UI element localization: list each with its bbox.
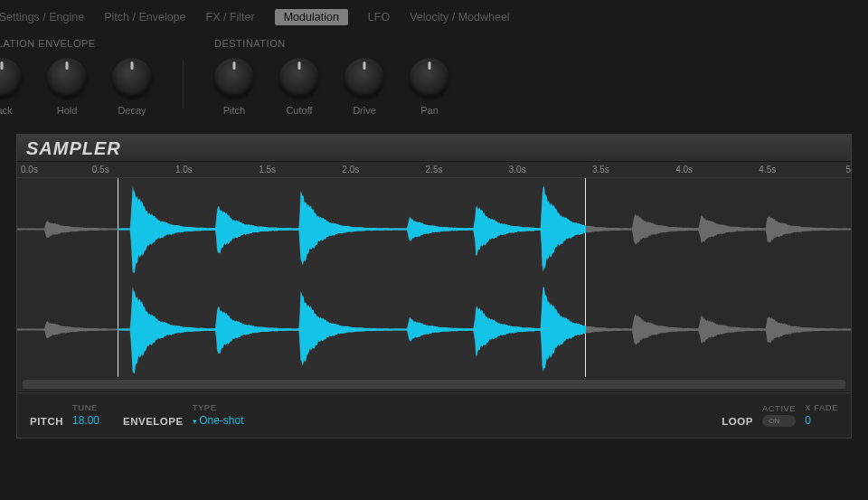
- knob-dial-icon: [0, 58, 22, 98]
- tab-lfo[interactable]: LFO: [368, 11, 390, 24]
- param-active-sub: ACTIVE: [762, 403, 796, 413]
- ruler-tick: 4.5s: [759, 165, 776, 175]
- tab-voice-settings[interactable]: ce Settings / Engine: [0, 11, 84, 24]
- scrollbar-thumb[interactable]: [23, 380, 845, 389]
- knob-label: Hold: [57, 105, 78, 116]
- sampler-header: SAMPLER: [17, 135, 851, 162]
- ruler-tick: 0.0s: [21, 165, 38, 175]
- ruler-tick: 1.5s: [259, 165, 276, 175]
- knob-attack[interactable]: ttack: [0, 58, 22, 116]
- knob-hold[interactable]: Hold: [47, 58, 87, 116]
- knob-dial-icon: [344, 58, 384, 98]
- top-tabs: ce Settings / Engine Pitch / Envelope FX…: [0, 0, 868, 34]
- ruler-tick: 2.0s: [342, 165, 359, 175]
- ruler-tick: 1.0s: [175, 165, 193, 175]
- ruler-tick: 2.5s: [426, 165, 443, 175]
- knob-cutoff[interactable]: Cutoff: [279, 58, 319, 116]
- horizontal-scrollbar[interactable]: [23, 380, 845, 389]
- loop-active-toggle[interactable]: ON: [762, 415, 796, 427]
- destination-group: DESTINATION Pitch Cutoff Drive Pan: [214, 38, 449, 116]
- param-loop: LOOP ACTIVE ON X FADE 0: [722, 402, 838, 427]
- modulation-envelope-group: DULATION ENVELOPE ttack Hold Decay: [0, 38, 152, 116]
- waveform-area[interactable]: 0.0s0.5s1.0s1.5s2.0s2.5s3.0s3.5s4.0s4.5s…: [17, 162, 851, 392]
- knob-dial-icon: [279, 58, 319, 98]
- knob-dial-icon: [214, 58, 254, 98]
- ruler-tick: 4.0s: [675, 165, 693, 175]
- param-pitch-label: PITCH: [30, 416, 63, 427]
- knob-label: Drive: [353, 105, 376, 116]
- knob-section: DULATION ENVELOPE ttack Hold Decay DESTI…: [0, 34, 868, 127]
- param-tune-sub: TUNE: [72, 402, 99, 412]
- ruler-tick: 3.0s: [509, 165, 526, 175]
- group-label-destination: DESTINATION: [214, 38, 449, 49]
- ruler-tick: 5: [845, 165, 851, 175]
- group-label-mod-env: DULATION ENVELOPE: [0, 38, 152, 49]
- ruler-tick: 3.5s: [592, 165, 609, 175]
- param-type-value[interactable]: One-shot: [193, 414, 244, 427]
- sampler-title: SAMPLER: [26, 138, 842, 159]
- knob-label: Pitch: [223, 105, 245, 116]
- knob-dial-icon: [410, 58, 449, 98]
- vertical-divider: [183, 60, 184, 108]
- tab-modulation[interactable]: Modulation: [275, 9, 348, 25]
- knob-pitch[interactable]: Pitch: [214, 58, 254, 116]
- tab-velocity-modwheel[interactable]: Velocity / Modwheel: [410, 11, 509, 24]
- tab-pitch-envelope[interactable]: Pitch / Envelope: [104, 11, 185, 24]
- knob-label: ttack: [0, 105, 13, 116]
- ruler-tick: 0.5s: [92, 165, 109, 175]
- param-xfade-value[interactable]: 0: [805, 414, 838, 427]
- knob-drive[interactable]: Drive: [344, 58, 384, 116]
- knob-label: Cutoff: [286, 105, 312, 116]
- knob-decay[interactable]: Decay: [112, 58, 152, 116]
- param-xfade-sub: X FADE: [805, 402, 838, 412]
- knob-dial-icon: [112, 58, 152, 98]
- param-loop-label: LOOP: [722, 416, 753, 427]
- param-envelope: ENVELOPE TYPE One-shot: [123, 402, 244, 427]
- knob-pan[interactable]: Pan: [410, 58, 449, 116]
- knob-label: Pan: [420, 105, 439, 116]
- param-tune-value[interactable]: 18.00: [72, 414, 99, 427]
- param-envelope-label: ENVELOPE: [123, 416, 184, 427]
- parameter-bar: PITCH TUNE 18.00 ENVELOPE TYPE One-shot …: [17, 392, 851, 438]
- knob-label: Decay: [118, 105, 146, 116]
- tab-fx-filter[interactable]: FX / Filter: [206, 11, 255, 24]
- time-ruler: 0.0s0.5s1.0s1.5s2.0s2.5s3.0s3.5s4.0s4.5s…: [17, 162, 851, 178]
- knob-dial-icon: [47, 58, 87, 98]
- sampler-panel: SAMPLER 0.0s0.5s1.0s1.5s2.0s2.5s3.0s3.5s…: [16, 134, 852, 439]
- param-type-sub: TYPE: [193, 402, 244, 412]
- waveform-canvas[interactable]: S E: [17, 178, 851, 377]
- param-pitch: PITCH TUNE 18.00: [30, 402, 99, 427]
